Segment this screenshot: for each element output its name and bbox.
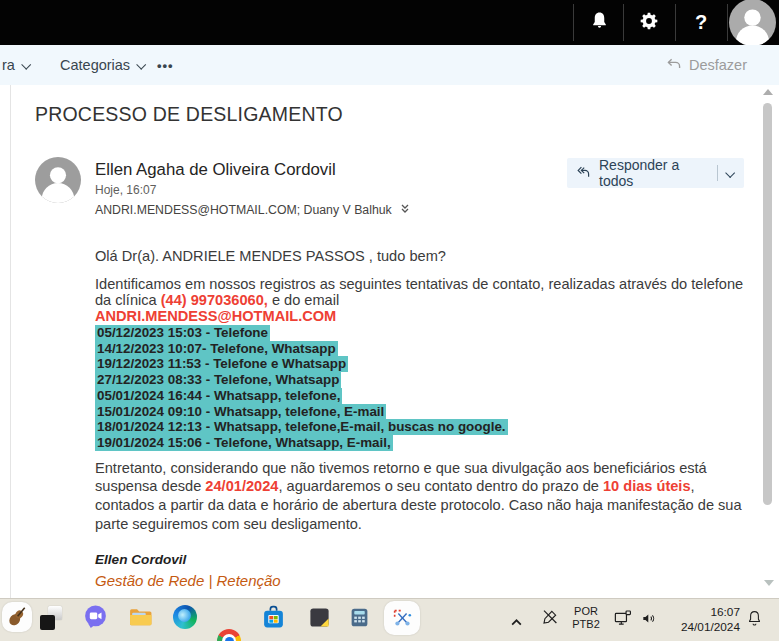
taskbar-stacked-windows[interactable] <box>39 606 63 630</box>
undo-icon <box>666 56 682 75</box>
person-icon <box>35 157 81 203</box>
chevron-down-icon <box>136 59 146 69</box>
attempt-line: 15/01/2024 09:10 - Whatsapp, telefone, E… <box>95 404 755 420</box>
scrollbar-thumb[interactable] <box>763 103 772 505</box>
settings-button[interactable] <box>624 0 674 45</box>
categories-menu-button[interactable]: Categorias <box>60 57 144 73</box>
toolbar-item-partial[interactable]: ra <box>2 57 29 73</box>
topbar-divider <box>727 4 728 41</box>
violin-icon <box>5 605 29 629</box>
person-icon <box>729 0 776 46</box>
taskbar-video-chat-app[interactable] <box>83 604 108 635</box>
help-button[interactable]: ? <box>676 0 726 45</box>
sticky-notes-icon <box>308 606 331 629</box>
tray-language-indicator[interactable]: POR PTB2 <box>568 605 604 631</box>
snipping-tool-icon <box>391 607 413 629</box>
taskbar-sticky-notes[interactable] <box>308 606 331 633</box>
signature-role: Gestão de Rede | Retenção <box>95 572 755 590</box>
taskbar-calculator[interactable] <box>349 605 370 634</box>
screen: ? ra Categorias ••• Desfazer PROCESSO DE… <box>0 0 779 641</box>
video-chat-icon <box>83 604 108 631</box>
window-front-icon <box>40 615 55 630</box>
deadline-days: 10 dias úteis <box>603 478 691 494</box>
message-toolbar: ra Categorias ••• Desfazer <box>0 45 779 85</box>
attempt-line: 18/01/2024 12:13 - Whatsapp, telefone,E-… <box>95 419 755 435</box>
account-avatar[interactable] <box>729 0 776 46</box>
phone-number: (44) 997036060, <box>161 292 268 308</box>
tray-pen-disabled[interactable] <box>541 608 559 630</box>
taskbar-snipping-tool-active[interactable] <box>384 601 420 635</box>
recipients-line[interactable]: ANDRI.MENDESS@HOTMAIL.COM; Duany V Balhu… <box>95 203 410 217</box>
windows-taskbar: POR PTB2 16:07 24/01/2024 <box>0 598 779 641</box>
attempt-line: 19/12/2023 11:53 - Telefone e Whatsapp <box>95 356 755 372</box>
attempt-line: 27/12/2023 08:33 - Telefone, Whatsapp <box>95 372 755 388</box>
attempts-list: 05/12/2023 15:03 - Telefone 14/12/2023 1… <box>95 325 755 451</box>
greeting-line: Olá Dr(a). ANDRIELE MENDES PASSOS , tudo… <box>95 247 755 266</box>
undo-button[interactable]: Desfazer <box>666 56 747 75</box>
clock-date: 24/01/2024 <box>662 620 740 635</box>
scrollbar-down-arrow[interactable] <box>764 580 774 586</box>
sender-name[interactable]: Ellen Agaha de Oliveira Cordovil <box>95 160 336 180</box>
taskbar-edge-browser[interactable] <box>173 605 197 629</box>
folder-icon <box>128 605 153 630</box>
taskbar-microsoft-store[interactable] <box>261 604 286 634</box>
speaker-icon <box>640 610 658 627</box>
suspension-date: 24/01/2024 <box>205 478 278 494</box>
signature-name: Ellen Cordovil <box>95 551 755 568</box>
attempt-line: 14/12/2023 10:07- Telefone, Whatsapp <box>95 341 755 357</box>
reply-all-button[interactable]: Responder a todos <box>567 158 744 188</box>
email-address-red: ANDRI.MENDESS@HOTMAIL.COM <box>95 308 755 324</box>
monitor-icon <box>613 609 632 628</box>
reply-all-icon <box>575 164 591 183</box>
tray-network-display[interactable] <box>613 609 632 632</box>
clock-time: 16:07 <box>662 605 740 620</box>
bell-icon <box>590 11 609 34</box>
tray-expand-button[interactable] <box>510 613 523 631</box>
gear-icon <box>639 11 659 35</box>
more-actions-button[interactable]: ••• <box>157 58 174 73</box>
attempt-line: 05/12/2023 15:03 - Telefone <box>95 325 755 341</box>
app-topbar: ? <box>0 0 779 45</box>
taskbar-file-explorer[interactable] <box>128 605 153 634</box>
tray-clock[interactable]: 16:07 24/01/2024 <box>662 605 740 635</box>
help-icon: ? <box>695 11 707 34</box>
bell-outline-icon <box>746 609 763 627</box>
taskbar-violin-widget[interactable] <box>2 602 32 632</box>
chevron-down-icon[interactable] <box>726 167 736 177</box>
expand-recipients-icon[interactable] <box>400 203 410 217</box>
chevron-up-icon <box>510 618 523 627</box>
notifications-bell-button[interactable] <box>574 0 624 45</box>
store-icon <box>261 604 286 630</box>
button-divider <box>717 165 718 181</box>
chevron-down-icon <box>21 59 31 69</box>
scrollbar-up-arrow[interactable] <box>763 89 773 95</box>
taskbar-chrome-browser[interactable] <box>217 629 241 641</box>
email-body: Olá Dr(a). ANDRIELE MENDES PASSOS , tudo… <box>95 247 755 590</box>
calculator-icon <box>349 605 370 630</box>
email-subject: PROCESSO DE DESLIGAMENTO <box>35 103 343 126</box>
attempt-line: 05/01/2024 16:44 - Whatsapp, telefone, <box>95 388 755 404</box>
deadline-paragraph: Entretanto, considerando que não tivemos… <box>95 459 753 534</box>
reading-pane-border <box>10 85 11 598</box>
tray-notifications[interactable] <box>746 609 763 631</box>
sender-avatar[interactable] <box>35 157 81 203</box>
pen-slash-icon <box>541 608 559 626</box>
contact-attempts-paragraph: Identificamos em nossos registros as seg… <box>95 276 750 308</box>
sent-timestamp: Hoje, 16:07 <box>95 183 156 197</box>
attempt-line: 19/01/2024 15:06 - Telefone, Whatsapp, E… <box>95 435 755 451</box>
tray-volume[interactable] <box>640 610 658 631</box>
